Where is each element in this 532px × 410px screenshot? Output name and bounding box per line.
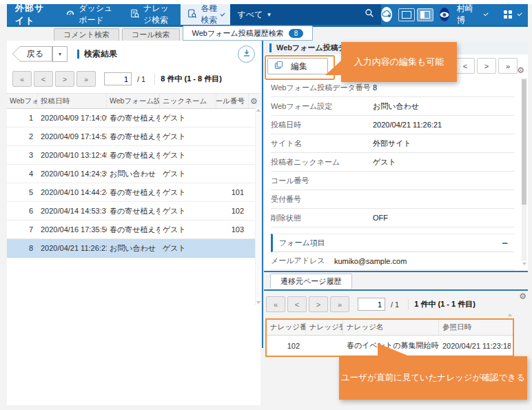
- nav-various-search[interactable]: 各種検索: [181, 4, 230, 25]
- next-page-button[interactable]: >: [55, 71, 74, 87]
- detail-field-row: コール番号: [271, 172, 514, 190]
- prev-page-button[interactable]: <: [287, 296, 307, 312]
- results-toolbar: 戻る ▾ 検索結果: [7, 41, 260, 65]
- app-grid-icon[interactable]: [504, 10, 512, 19]
- panel-divider-vertical[interactable]: [262, 41, 263, 348]
- detail-field-row: 受付番号: [271, 190, 514, 209]
- detail-field-row: 投稿者ニックネームゲスト: [271, 153, 514, 172]
- download-icon: [243, 48, 251, 60]
- history-tabrow: 遷移元ページ履歴: [264, 274, 528, 291]
- detail-field-row: 削除状態OFF: [271, 209, 514, 227]
- chevron-down-icon: [484, 11, 489, 16]
- page-input[interactable]: [104, 72, 132, 85]
- scrollbar-thumb[interactable]: [522, 79, 526, 205]
- collapse-minus-icon[interactable]: −: [502, 238, 508, 248]
- chevron-down-icon: [220, 11, 225, 16]
- back-menu-button[interactable]: ▾: [52, 46, 68, 62]
- history-settings-gear-icon[interactable]: ⚙: [519, 292, 526, 300]
- results-table-header: Webフォーム 投稿日時 Webフォーム設定 ニックネーム コール番号 ⚙: [7, 93, 260, 109]
- search-icon[interactable]: [365, 8, 374, 21]
- tab-webform-history-search[interactable]: Webフォーム投稿履歴検索 8: [183, 25, 314, 41]
- last-record-button[interactable]: »: [498, 58, 518, 74]
- back-button[interactable]: 戻る: [12, 46, 52, 62]
- results-scrollbar[interactable]: [255, 107, 260, 305]
- history-pager: « < > » / 1 1 件中 (1 - 1 件目): [264, 291, 528, 316]
- detail-field-row: 投稿日時2020/04/21 11:26:21: [271, 116, 514, 134]
- history-count-text: 1 件中 (1 - 1 件目): [414, 299, 475, 309]
- nav-various-label: 各種検索: [201, 3, 217, 26]
- last-page-button[interactable]: »: [330, 296, 349, 312]
- page-total: / 1: [137, 75, 145, 83]
- form-item-row: メールアドレスkumiko@sample.com: [271, 252, 514, 270]
- first-page-button[interactable]: «: [12, 71, 32, 87]
- panel-divider-horizontal: [264, 271, 528, 272]
- table-row[interactable]: 32020/04/10 13:12:45春の寄せ植えを作りましょゲスト: [7, 146, 260, 165]
- next-page-button[interactable]: >: [309, 296, 328, 312]
- table-row[interactable]: 42020/04/10 14:24:39お問い合わせゲスト: [7, 165, 260, 183]
- knowledge-callout-text: ユーザが直前に見ていたナレッジが確認できる: [341, 372, 525, 384]
- site-title: 外部サイト: [7, 2, 57, 27]
- form-items-section: フォーム項目 − メールアドレスkumiko@sample.com 質問GW期間…: [271, 234, 514, 271]
- history-page-input[interactable]: [358, 298, 385, 311]
- cloud-icon: [381, 8, 392, 21]
- document-search-icon: [130, 9, 140, 21]
- detail-scrollbar[interactable]: [522, 78, 526, 261]
- user-menu[interactable]: 村崎 博: [457, 3, 475, 26]
- single-pane-icon[interactable]: [398, 8, 415, 21]
- table-row[interactable]: 12020/04/09 17:14:09春の寄せ植えを作りましょゲスト: [7, 109, 260, 127]
- table-row[interactable]: 22020/04/09 17:14:53春の寄せ植えを作りましょゲスト: [7, 127, 260, 146]
- results-table: Webフォーム 投稿日時 Webフォーム設定 ニックネーム コール番号 ⚙ 12…: [7, 93, 260, 258]
- nav-knowledge-search[interactable]: ナレッジ検索: [122, 4, 181, 25]
- download-button[interactable]: [238, 45, 255, 63]
- chevron-down-icon: [517, 11, 522, 16]
- table-row-selected[interactable]: 82020/04/21 11:26:21お問い合わせゲスト: [7, 239, 260, 258]
- caret-down-icon: ▾: [59, 51, 61, 57]
- table-row[interactable]: 72020/04/16 17:35:50春の寄せ植えを作りましょゲスト103: [7, 221, 260, 239]
- tab-referrer-history[interactable]: 遷移元ページ履歴: [270, 274, 352, 289]
- column-knowledge-type[interactable]: ナレッジ登録種: [306, 320, 343, 335]
- form-items-header: フォーム項目 −: [271, 234, 514, 252]
- detail-settings-gear-icon[interactable]: ⚙: [517, 66, 524, 74]
- tab-comment-search[interactable]: コメント検索: [54, 28, 119, 41]
- column-knowledge-no[interactable]: ナレッジ番号: [267, 320, 306, 335]
- callout-tail: [378, 343, 409, 356]
- knowledge-callout: ユーザが直前に見ていたナレッジが確認できる: [339, 356, 527, 400]
- search-scope-select[interactable]: すべて ▾: [237, 9, 270, 21]
- column-ref-datetime[interactable]: 参照日時: [439, 320, 511, 335]
- edit-callout: 入力内容の編集も可能: [341, 42, 457, 82]
- prev-record-button[interactable]: <: [456, 58, 475, 74]
- history-page-total: / 1: [391, 300, 399, 309]
- gauge-icon: [65, 9, 75, 20]
- last-page-button[interactable]: »: [76, 71, 96, 87]
- result-count-text: 8 件中 (1 - 8 件目): [161, 74, 222, 84]
- app-window: 外部サイト ダッシュボード ナレッジ検索 各種検索 すべて ▾: [0, 0, 532, 410]
- edit-button[interactable]: 編集: [267, 58, 328, 74]
- back-split-button: 戻る ▾: [12, 46, 68, 62]
- avatar[interactable]: [440, 8, 449, 21]
- section-accent-bar: [269, 43, 272, 52]
- column-settings-gear-icon[interactable]: ⚙: [250, 97, 258, 105]
- first-page-button[interactable]: «: [266, 296, 285, 312]
- nav-dashboard[interactable]: ダッシュボード: [57, 4, 122, 25]
- header-bar: 外部サイト ダッシュボード ナレッジ検索 各種検索 すべて ▾: [7, 4, 528, 27]
- callout-tail: [325, 61, 341, 75]
- prev-page-button[interactable]: <: [34, 71, 53, 87]
- tab-webform-label: Webフォーム投稿履歴検索: [192, 26, 284, 40]
- results-title: 検索結果: [84, 48, 117, 60]
- next-record-button[interactable]: >: [477, 58, 496, 74]
- column-post-datetime[interactable]: 投稿日時: [38, 94, 107, 108]
- table-row[interactable]: 62020/04/14 14:53:37春の寄せ植えを作りましょゲスト102: [7, 202, 260, 221]
- column-knowledge-name[interactable]: ナレッジ名: [343, 320, 439, 335]
- column-call-no[interactable]: コール番号: [216, 94, 249, 108]
- column-nickname[interactable]: ニックネーム: [160, 94, 216, 108]
- double-pane-icon[interactable]: [417, 8, 433, 21]
- column-webform-setting[interactable]: Webフォーム設定: [107, 94, 160, 108]
- pager-divider: [154, 74, 155, 85]
- tab-call-search[interactable]: コール検索: [122, 28, 180, 41]
- cloud-sync-button[interactable]: [381, 7, 392, 22]
- column-webform-no[interactable]: Webフォーム: [7, 94, 38, 108]
- table-row[interactable]: 52020/04/10 14:44:24春の寄せ植えを作りましょゲスト101: [7, 183, 260, 202]
- detail-field-row: サイト名外部サイト: [271, 134, 514, 153]
- detail-field-row: Webフォーム設定お問い合わせ: [271, 97, 514, 116]
- scroll-down-icon: [522, 263, 526, 265]
